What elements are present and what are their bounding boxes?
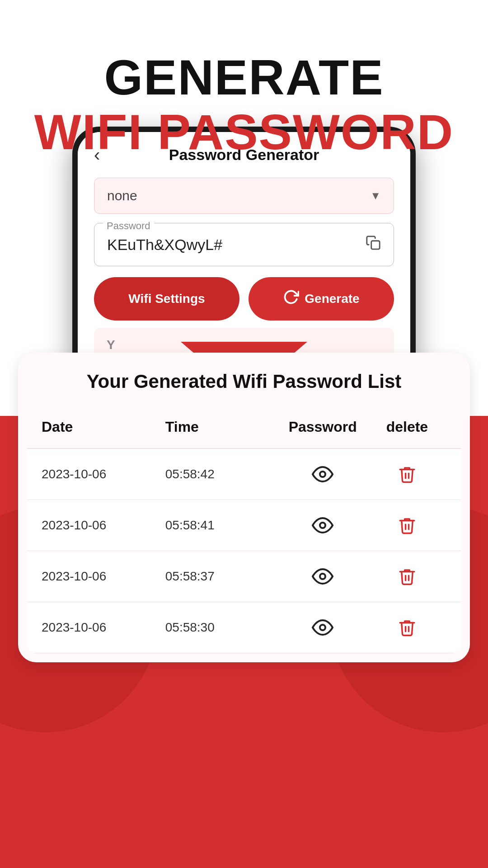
th-time: Time — [165, 419, 278, 435]
row4-time: 05:58:30 — [165, 620, 278, 635]
svg-point-3 — [320, 574, 325, 579]
row3-view-button[interactable] — [278, 566, 368, 587]
password-label: Password — [103, 220, 154, 232]
list-title: Your Generated Wifi Password List — [18, 353, 470, 406]
row2-date: 2023-10-06 — [42, 518, 165, 533]
table-row: 2023-10-06 05:58:41 — [27, 500, 461, 551]
buttons-row: Wifi Settings Generate — [78, 274, 410, 328]
dropdown-value: none — [107, 188, 137, 203]
row1-view-button[interactable] — [278, 463, 368, 485]
refresh-icon — [283, 289, 299, 309]
table-row: 2023-10-06 05:58:37 — [27, 551, 461, 602]
row3-time: 05:58:37 — [165, 569, 278, 584]
header-section: GENERATE WIFI PASSWORD — [0, 23, 488, 159]
generate-button[interactable]: Generate — [249, 277, 394, 321]
phone-screen: ‹ Password Generator none ▼ Password KEu… — [78, 132, 410, 374]
table-row: 2023-10-06 05:58:42 — [27, 449, 461, 500]
svg-point-4 — [320, 625, 325, 630]
generate-label: Generate — [305, 292, 359, 306]
table-header: Date Time Password delete — [27, 406, 461, 449]
row2-delete-button[interactable] — [368, 516, 446, 535]
wifi-settings-button[interactable]: Wifi Settings — [94, 277, 239, 321]
th-password: Password — [278, 419, 368, 435]
password-list-card: Your Generated Wifi Password List Date T… — [18, 353, 470, 662]
password-table: Date Time Password delete 2023-10-06 05:… — [27, 406, 461, 653]
chevron-down-icon: ▼ — [370, 189, 381, 202]
th-delete: delete — [368, 419, 446, 435]
row1-time: 05:58:42 — [165, 467, 278, 481]
row1-date: 2023-10-06 — [42, 467, 165, 481]
copy-icon[interactable] — [366, 235, 381, 254]
row1-delete-button[interactable] — [368, 465, 446, 484]
dropdown-row: none ▼ — [78, 174, 410, 221]
row2-view-button[interactable] — [278, 514, 368, 536]
row2-time: 05:58:41 — [165, 518, 278, 533]
row4-date: 2023-10-06 — [42, 620, 165, 635]
password-row: Password KEuTh&XQwyL# — [78, 221, 410, 274]
row4-delete-button[interactable] — [368, 618, 446, 637]
svg-point-2 — [320, 523, 325, 528]
network-dropdown[interactable]: none ▼ — [94, 178, 394, 214]
svg-rect-0 — [371, 241, 380, 249]
header-generate-text: GENERATE — [0, 50, 488, 104]
password-value: KEuTh&XQwyL# — [107, 236, 222, 254]
svg-point-1 — [320, 472, 325, 477]
header-wifi-password-text: WIFI PASSWORD — [0, 104, 488, 159]
row4-view-button[interactable] — [278, 617, 368, 638]
row3-delete-button[interactable] — [368, 567, 446, 586]
th-date: Date — [42, 419, 165, 435]
bottom-strip-text: Y — [107, 338, 115, 352]
table-row: 2023-10-06 05:58:30 — [27, 602, 461, 653]
row3-date: 2023-10-06 — [42, 569, 165, 584]
